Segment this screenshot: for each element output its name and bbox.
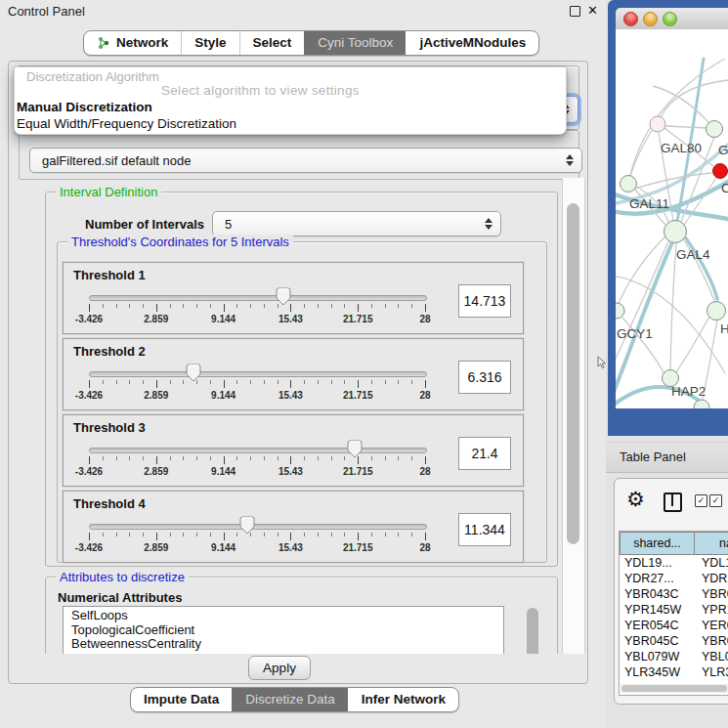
- slider-thumb-icon[interactable]: [347, 440, 363, 458]
- network-node[interactable]: [707, 302, 726, 321]
- tab-impute-data[interactable]: Impute Data: [131, 688, 232, 711]
- checkbox-icon[interactable]: ✓: [695, 494, 707, 507]
- close-traffic-light[interactable]: [623, 12, 638, 26]
- table-row[interactable]: YPR145WYPR1: [620, 602, 728, 618]
- table-cell: YBR043C: [620, 587, 698, 601]
- combo-arrows-icon: [485, 218, 492, 230]
- threshold-slider[interactable]: -3.4262.8599.14415.4321.71528: [85, 363, 429, 407]
- threshold-value-field[interactable]: 6.316: [458, 361, 511, 394]
- tab-infer-network[interactable]: Infer Network: [348, 688, 458, 711]
- table-data-combo[interactable]: galFiltered.sif default node: [29, 148, 582, 173]
- thresholds-group: Threshold's Coordinates for 5 Intervals …: [57, 241, 547, 563]
- table-cell: YBR0: [698, 587, 728, 601]
- table-header-row: shared... na: [620, 532, 728, 555]
- checkbox-icon[interactable]: ✓: [709, 494, 722, 507]
- network-node[interactable]: [616, 303, 624, 319]
- network-node[interactable]: [650, 116, 665, 132]
- tab-style[interactable]: Style: [181, 31, 238, 55]
- table-cell: YDL19...: [620, 556, 698, 570]
- zoom-traffic-light[interactable]: [663, 12, 677, 26]
- threshold-label: Threshold 1: [73, 268, 146, 282]
- slider-track[interactable]: [89, 448, 427, 453]
- settings-scrollbar[interactable]: [562, 178, 585, 654]
- column-header-name[interactable]: na: [694, 532, 728, 555]
- interval-definition-group: Interval Definition Number of Intervals …: [45, 192, 558, 567]
- network-node-label: GAL4: [676, 247, 710, 262]
- threshold-slider[interactable]: -3.4262.8599.14415.4321.71528: [85, 439, 429, 484]
- threshold-value-field[interactable]: 21.4: [458, 437, 511, 470]
- network-node[interactable]: [707, 121, 723, 138]
- column-header-shared-name[interactable]: shared...: [620, 532, 695, 555]
- table-row[interactable]: YBR043CYBR0: [620, 586, 728, 602]
- table-row[interactable]: YLR345WYLR3: [620, 664, 728, 680]
- table-cell: YBR0: [698, 634, 728, 648]
- tab-infer-network-label: Infer Network: [362, 688, 446, 711]
- table-row[interactable]: YDL19...YDL1: [620, 555, 728, 571]
- network-canvas[interactable]: GAL80 GA C GAL11 GAL4 GCY1 H HAP2: [616, 29, 728, 408]
- scrollbar-thumb[interactable]: [621, 685, 727, 692]
- control-panel: Control Panel ✕ Network Style Select Cyn…: [0, 0, 606, 728]
- menu-item-manual-discretization[interactable]: Manual Discretization: [17, 100, 152, 114]
- numerical-attributes-label: Numerical Attributes: [58, 590, 182, 605]
- gear-icon[interactable]: ⚙: [626, 489, 645, 509]
- table-row[interactable]: YDR27...YDR2: [620, 571, 728, 586]
- threshold-slider[interactable]: -3.4262.8599.14415.4321.71528: [85, 515, 429, 560]
- table-cell: YBL0: [698, 650, 728, 664]
- table-cell: YER0: [698, 619, 728, 632]
- threshold-label: Threshold 4: [73, 496, 146, 511]
- panel-title: Control Panel: [8, 4, 85, 19]
- table-cell: YDR2: [698, 572, 728, 585]
- attributes-list-scrollbar[interactable]: [527, 608, 538, 654]
- network-node[interactable]: [713, 164, 728, 179]
- tab-discretize-data-label: Discretize Data: [245, 688, 335, 711]
- columns-icon[interactable]: [664, 492, 682, 512]
- table-cell: YER054C: [620, 619, 698, 632]
- table-row[interactable]: YBL079WYBL0: [620, 649, 728, 664]
- threshold-row: Threshold 3 21.4 -3.4262.8599.14415.4321…: [63, 414, 524, 487]
- menu-item-equal-width-frequency[interactable]: Equal Width/Frequency Discretization: [17, 116, 236, 131]
- threshold-slider[interactable]: -3.4262.8599.14415.4321.71528: [85, 286, 429, 331]
- tab-select-label: Select: [253, 31, 292, 55]
- apply-button[interactable]: Apply: [248, 656, 311, 680]
- network-icon: [97, 36, 110, 50]
- close-icon[interactable]: ✕: [587, 3, 598, 18]
- tab-select[interactable]: Select: [239, 31, 305, 55]
- tab-impute-data-label: Impute Data: [144, 688, 219, 711]
- cyni-toolbox-panel: Discretization Algorithm Select algorith…: [8, 61, 588, 684]
- table-data-combo-value: galFiltered.sif default node: [42, 153, 191, 168]
- slider-thumb-icon[interactable]: [186, 364, 201, 382]
- slider-thumb-icon[interactable]: [276, 287, 291, 306]
- table-cell: YPR145W: [620, 603, 698, 617]
- scrollbar-thumb[interactable]: [567, 203, 579, 544]
- threshold-value-field[interactable]: 14.713: [458, 284, 511, 318]
- network-node-label: GAL80: [661, 141, 702, 155]
- table-row[interactable]: YER054CYER0: [620, 618, 728, 633]
- attribute-item[interactable]: SelfLoops: [64, 609, 503, 623]
- discretization-algorithm-group-title: Discretization Algorithm: [26, 69, 159, 84]
- table-cell: YBL079W: [620, 650, 698, 664]
- attribute-item[interactable]: BetweennessCentrality: [64, 637, 503, 652]
- minimize-traffic-light[interactable]: [643, 12, 658, 26]
- slider-track[interactable]: [89, 295, 427, 301]
- table-row[interactable]: YBR045CYBR0: [620, 633, 728, 649]
- threshold-value-field[interactable]: 11.344: [458, 513, 511, 546]
- tab-jactivemnodules[interactable]: jActiveMNodules: [406, 31, 538, 55]
- numerical-attributes-list[interactable]: SelfLoopsTopologicalCoefficientBetweenne…: [63, 606, 504, 654]
- tab-discretize-data[interactable]: Discretize Data: [232, 688, 348, 711]
- float-window-icon[interactable]: [570, 6, 580, 17]
- slider-track[interactable]: [89, 371, 427, 377]
- tab-jactivemnodules-label: jActiveMNodules: [419, 31, 526, 55]
- table-data-group: Table Data galFiltered.sif default node: [19, 130, 579, 180]
- slider-thumb-icon[interactable]: [239, 516, 255, 535]
- slider-track[interactable]: [89, 524, 427, 530]
- network-node[interactable]: [664, 221, 687, 243]
- attributes-group: Attributes to discretize Numerical Attri…: [45, 577, 558, 654]
- network-node[interactable]: [621, 176, 637, 193]
- attribute-item[interactable]: TopologicalCoefficient: [64, 623, 503, 638]
- network-node-label: GA: [718, 143, 728, 157]
- tab-network[interactable]: Network: [84, 31, 181, 55]
- network-window-titlebar[interactable]: [616, 8, 728, 30]
- table-horizontal-scrollbar[interactable]: [621, 684, 728, 693]
- tab-cyni-toolbox[interactable]: Cyni Toolbox: [304, 31, 406, 55]
- number-of-intervals-combo[interactable]: 5: [212, 211, 501, 236]
